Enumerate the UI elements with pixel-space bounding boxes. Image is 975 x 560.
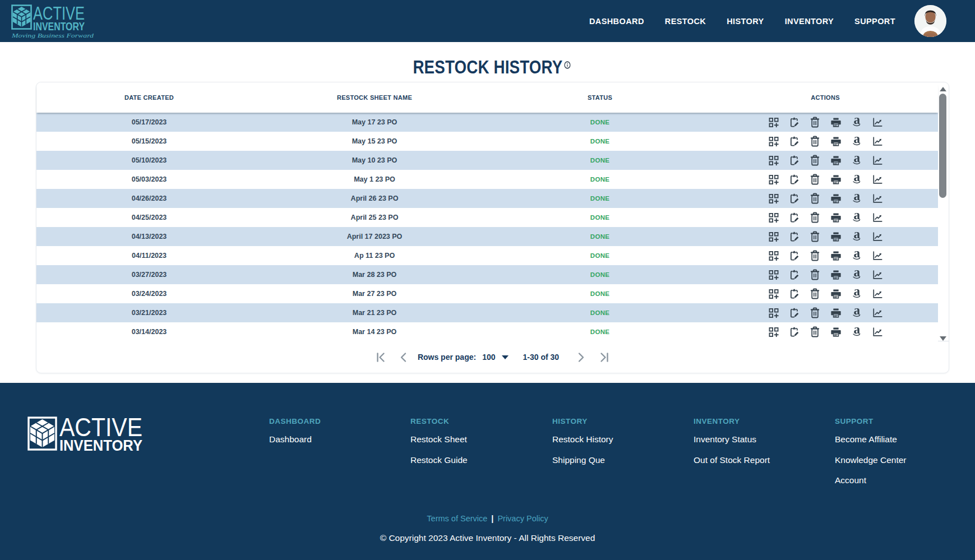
amazon-icon[interactable]	[852, 155, 862, 166]
footer-link-knowledge-center[interactable]: Knowledge Center	[835, 450, 969, 471]
chart-icon[interactable]	[872, 270, 882, 280]
edit-sheet-icon[interactable]	[789, 289, 800, 299]
table-row[interactable]: 05/10/2023 May 10 23 PO DONE	[36, 151, 938, 170]
amazon-icon[interactable]	[852, 251, 862, 261]
edit-sheet-icon[interactable]	[789, 308, 800, 318]
amazon-icon[interactable]	[852, 327, 862, 337]
scrollbar-down-arrow-icon[interactable]	[940, 336, 946, 341]
amazon-icon[interactable]	[852, 117, 862, 128]
first-page-button[interactable]	[375, 351, 387, 363]
print-icon[interactable]	[831, 232, 841, 242]
delete-icon[interactable]	[810, 251, 820, 261]
dashboard-add-icon[interactable]	[769, 251, 779, 261]
table-row[interactable]: 05/15/2023 May 15 23 PO DONE	[36, 132, 938, 151]
dashboard-add-icon[interactable]	[769, 136, 779, 147]
edit-sheet-icon[interactable]	[789, 327, 800, 337]
footer-link-account[interactable]: Account	[835, 470, 969, 491]
table-row[interactable]: 03/24/2023 Mar 27 23 PO DONE	[36, 284, 938, 303]
dashboard-add-icon[interactable]	[769, 308, 779, 318]
table-row[interactable]: 05/17/2023 May 17 23 PO DONE	[36, 113, 938, 132]
scrollbar-thumb[interactable]	[939, 94, 946, 198]
table-row[interactable]: 03/14/2023 Mar 14 23 PO DONE	[36, 322, 938, 341]
delete-icon[interactable]	[810, 193, 820, 204]
print-icon[interactable]	[831, 136, 841, 147]
chart-icon[interactable]	[872, 232, 882, 242]
print-icon[interactable]	[831, 251, 841, 261]
delete-icon[interactable]	[810, 327, 820, 337]
delete-icon[interactable]	[810, 174, 820, 185]
delete-icon[interactable]	[810, 270, 820, 280]
print-icon[interactable]	[831, 308, 841, 318]
nav-inventory[interactable]: INVENTORY	[785, 17, 834, 26]
chart-icon[interactable]	[872, 136, 882, 147]
chart-icon[interactable]	[872, 289, 882, 299]
chart-icon[interactable]	[872, 117, 882, 128]
footer-logo[interactable]: ACTIVE INVENTORY	[27, 416, 145, 453]
info-icon[interactable]	[563, 52, 570, 60]
chart-icon[interactable]	[872, 174, 882, 185]
table-row[interactable]: 04/26/2023 April 26 23 PO DONE	[36, 189, 938, 208]
edit-sheet-icon[interactable]	[789, 117, 800, 128]
print-icon[interactable]	[831, 117, 841, 128]
print-icon[interactable]	[831, 174, 841, 185]
chart-icon[interactable]	[872, 251, 882, 261]
table-row[interactable]: 04/13/2023 April 17 2023 PO DONE	[36, 227, 938, 246]
amazon-icon[interactable]	[852, 289, 862, 299]
footer-link-restock-sheet[interactable]: Restock Sheet	[410, 429, 545, 450]
nav-restock[interactable]: RESTOCK	[665, 17, 706, 26]
amazon-icon[interactable]	[852, 270, 862, 280]
dashboard-add-icon[interactable]	[769, 155, 779, 166]
edit-sheet-icon[interactable]	[789, 270, 800, 280]
delete-icon[interactable]	[810, 308, 820, 318]
delete-icon[interactable]	[810, 212, 820, 223]
dashboard-add-icon[interactable]	[769, 117, 779, 128]
chart-icon[interactable]	[872, 212, 882, 223]
table-row[interactable]: 03/21/2023 Mar 21 23 PO DONE	[36, 303, 938, 322]
chart-icon[interactable]	[872, 155, 882, 166]
nav-dashboard[interactable]: DASHBOARD	[589, 17, 644, 26]
dashboard-add-icon[interactable]	[769, 193, 779, 204]
delete-icon[interactable]	[810, 289, 820, 299]
dashboard-add-icon[interactable]	[769, 174, 779, 185]
print-icon[interactable]	[831, 270, 841, 280]
previous-page-button[interactable]	[398, 351, 409, 363]
amazon-icon[interactable]	[852, 193, 862, 204]
print-icon[interactable]	[831, 212, 841, 223]
footer-link-restock-guide[interactable]: Restock Guide	[410, 450, 545, 471]
dashboard-add-icon[interactable]	[769, 270, 779, 280]
dashboard-add-icon[interactable]	[769, 212, 779, 223]
privacy-policy-link[interactable]: Privacy Policy	[497, 514, 548, 523]
print-icon[interactable]	[831, 193, 841, 204]
nav-history[interactable]: HISTORY	[727, 17, 764, 26]
scrollbar-up-arrow-icon[interactable]	[940, 87, 946, 91]
print-icon[interactable]	[831, 327, 841, 337]
footer-link-restock-history[interactable]: Restock History	[552, 429, 687, 450]
delete-icon[interactable]	[810, 155, 820, 166]
dashboard-add-icon[interactable]	[769, 289, 779, 299]
footer-link-shipping-que[interactable]: Shipping Que	[552, 450, 687, 471]
last-page-button[interactable]	[598, 351, 610, 363]
next-page-button[interactable]	[576, 351, 586, 363]
table-row[interactable]: 05/03/2023 May 1 23 PO DONE	[36, 170, 938, 189]
edit-sheet-icon[interactable]	[789, 174, 800, 185]
footer-link-inventory-status[interactable]: Inventory Status	[694, 429, 828, 450]
rows-per-page-caret-icon[interactable]	[502, 355, 509, 359]
edit-sheet-icon[interactable]	[789, 155, 800, 166]
edit-sheet-icon[interactable]	[789, 193, 800, 204]
chart-icon[interactable]	[872, 193, 882, 204]
delete-icon[interactable]	[810, 117, 820, 128]
amazon-icon[interactable]	[852, 308, 862, 318]
amazon-icon[interactable]	[852, 174, 862, 185]
delete-icon[interactable]	[810, 232, 820, 242]
rows-per-page-value[interactable]: 100	[482, 353, 495, 362]
amazon-icon[interactable]	[852, 136, 862, 147]
footer-link-dashboard[interactable]: Dashboard	[269, 429, 404, 450]
nav-support[interactable]: SUPPORT	[854, 17, 895, 26]
print-icon[interactable]	[831, 289, 841, 299]
table-row[interactable]: 04/11/2023 Ap 11 23 PO DONE	[36, 246, 938, 265]
edit-sheet-icon[interactable]	[789, 212, 800, 223]
amazon-icon[interactable]	[852, 212, 862, 223]
table-row[interactable]: 04/25/2023 April 25 23 PO DONE	[36, 208, 938, 227]
edit-sheet-icon[interactable]	[789, 136, 800, 147]
dashboard-add-icon[interactable]	[769, 327, 779, 337]
